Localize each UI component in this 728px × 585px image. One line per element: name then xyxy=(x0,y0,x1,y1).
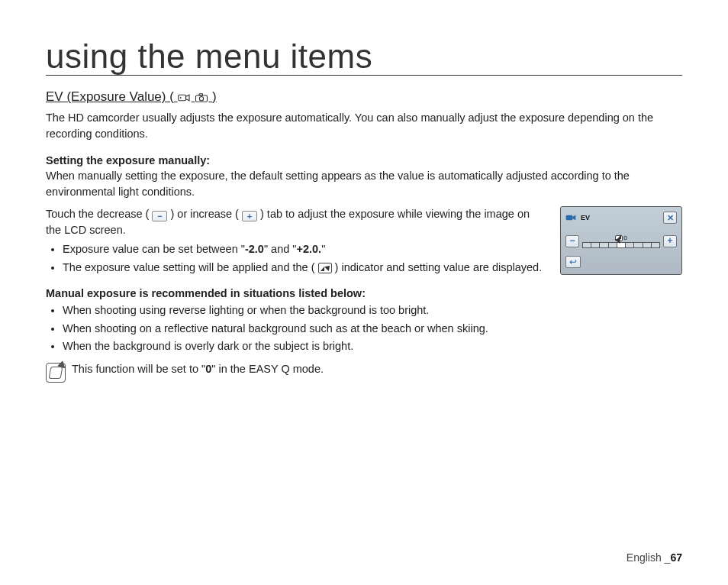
lcd-mode-icon xyxy=(565,213,578,222)
instr-text-b: ) or increase ( xyxy=(170,208,238,220)
lcd-increase-button[interactable]: + xyxy=(663,235,677,247)
touch-instruction: Touch the decrease ( − ) or increase ( +… xyxy=(46,206,546,238)
manual-heading: Setting the exposure manually: xyxy=(46,154,682,166)
svg-point-1 xyxy=(179,97,181,99)
increase-button-icon: + xyxy=(242,211,257,221)
decrease-button-icon: − xyxy=(152,211,167,221)
section-intro: The HD camcorder usually adjusts the exp… xyxy=(46,110,682,142)
svg-point-4 xyxy=(200,97,204,101)
ev-indicator-icon xyxy=(318,263,332,273)
section-heading: EV (Exposure Value) ( ) xyxy=(46,89,682,107)
lcd-value-label: 0 xyxy=(582,234,660,241)
svg-rect-0 xyxy=(178,95,185,102)
list-item: When the background is overly dark or th… xyxy=(63,338,546,355)
exposure-bullets: Exposure value can be set between "-2.0"… xyxy=(46,241,546,276)
recommended-bullets: When shooting using reverse lighting or … xyxy=(46,302,546,355)
lcd-title: EV xyxy=(581,214,590,221)
heading-text-pre: EV (Exposure Value) ( xyxy=(46,89,174,104)
manual-desc: When manually setting the exposure, the … xyxy=(46,168,682,200)
list-item: The exposure value setting will be appli… xyxy=(63,260,546,276)
svg-rect-5 xyxy=(566,215,573,221)
lcd-screenshot: EV ✕ − 0 + ↩ xyxy=(560,206,682,275)
camcorder-mode-icon xyxy=(178,92,192,107)
note-icon xyxy=(46,363,66,383)
ev-indicator-icon xyxy=(615,235,623,241)
photo-mode-icon xyxy=(195,92,208,107)
note: This function will be set to "0" in the … xyxy=(46,361,546,383)
lcd-slider[interactable] xyxy=(582,242,660,248)
page-footer: English _67 xyxy=(627,551,682,564)
recommended-heading: Manual exposure is recommended in situat… xyxy=(46,287,546,299)
heading-text-post: ) xyxy=(212,89,217,104)
lcd-back-button[interactable]: ↩ xyxy=(565,256,581,268)
svg-rect-3 xyxy=(199,94,203,95)
page-title: using the menu items xyxy=(46,38,682,76)
list-item: When shooting using reverse lighting or … xyxy=(63,302,546,319)
instr-text-a: Touch the decrease ( xyxy=(46,208,149,220)
list-item: Exposure value can be set between "-2.0"… xyxy=(63,241,546,258)
lcd-decrease-button[interactable]: − xyxy=(565,235,579,247)
lcd-close-button[interactable]: ✕ xyxy=(663,212,677,224)
list-item: When shooting on a reflective natural ba… xyxy=(63,321,546,338)
